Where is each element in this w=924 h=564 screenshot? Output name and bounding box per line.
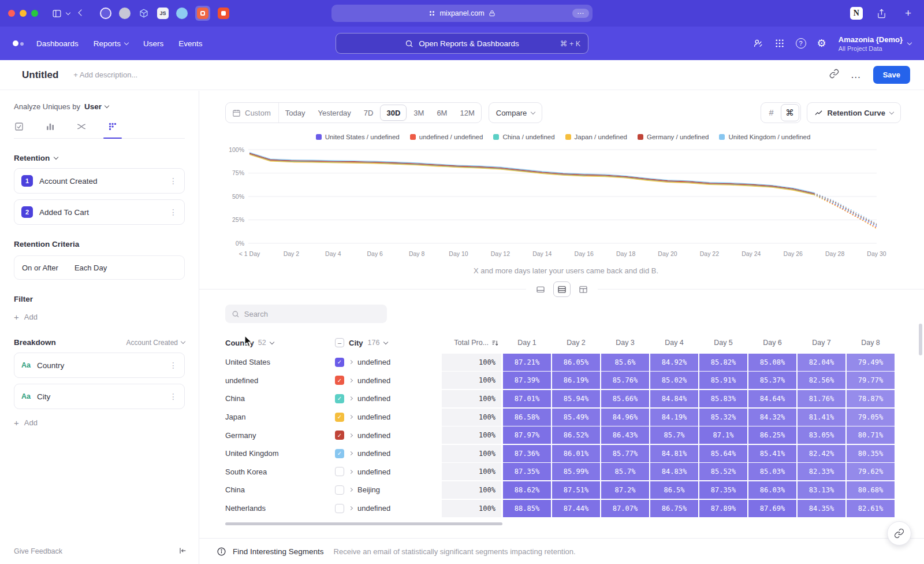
retention-cell[interactable]: 86.19% <box>552 372 600 389</box>
js-extension-icon[interactable]: JS <box>157 8 169 19</box>
row-checkbox[interactable]: ✓ <box>335 376 344 385</box>
table-search-input[interactable] <box>244 310 381 318</box>
total-cell[interactable]: 100% <box>442 445 502 462</box>
retention-cell[interactable]: 87.97% <box>503 426 551 444</box>
chart-type-dropdown[interactable]: Retention Curve <box>807 102 901 123</box>
expand-chevron-icon[interactable] <box>349 470 353 474</box>
retention-cell[interactable]: 80.35% <box>847 445 895 462</box>
vertical-scrollbar[interactable] <box>919 324 922 355</box>
retention-cell[interactable]: 83.05% <box>798 426 845 444</box>
retention-cell[interactable]: 85.94% <box>552 390 600 407</box>
mixpanel-logo[interactable] <box>13 40 24 46</box>
layout-compact-icon[interactable] <box>532 281 549 297</box>
day-column-header[interactable]: Day 1 <box>502 339 552 347</box>
tab-retention[interactable] <box>107 121 118 138</box>
retention-cell[interactable]: 87.89% <box>699 500 747 517</box>
retention-cell[interactable]: 84.96% <box>601 409 649 426</box>
day-column-header[interactable]: Day 6 <box>748 339 797 347</box>
total-cell[interactable]: 100% <box>442 390 502 407</box>
retention-cell[interactable]: 80.68% <box>847 481 895 499</box>
retention-cell[interactable]: 85.99% <box>552 463 600 480</box>
retention-cell[interactable]: 82.42% <box>798 445 845 462</box>
date-range-yesterday[interactable]: Yesterday <box>312 103 357 123</box>
retention-cell[interactable]: 85.02% <box>650 372 698 389</box>
tab-flows[interactable] <box>76 121 87 138</box>
segments-title[interactable]: Find Interesting Segments <box>233 547 324 556</box>
retention-cell[interactable]: 79.05% <box>847 409 895 426</box>
legend-item[interactable]: undefined / undefined <box>410 133 483 140</box>
retention-cell[interactable]: 84.83% <box>650 463 698 480</box>
kebab-menu-icon[interactable]: ⋮ <box>169 176 177 185</box>
retention-cell[interactable]: 87.44% <box>552 500 600 517</box>
target-extension-icon[interactable] <box>100 8 111 19</box>
total-column-header[interactable]: Total Pro... <box>442 339 502 347</box>
retention-cell[interactable]: 84.35% <box>798 500 845 517</box>
total-cell[interactable]: 100% <box>442 463 502 480</box>
retention-cell[interactable]: 87.35% <box>699 481 747 499</box>
kebab-menu-icon[interactable]: ⋮ <box>169 392 177 401</box>
tab-funnels[interactable] <box>45 121 55 138</box>
cube-extension-icon[interactable] <box>138 8 150 19</box>
total-cell[interactable]: 100% <box>442 354 502 371</box>
retention-cell[interactable]: 87.36% <box>503 445 551 462</box>
retention-cell[interactable]: 87.51% <box>552 481 600 499</box>
select-all-checkbox[interactable]: – <box>335 338 344 347</box>
date-range-custom[interactable]: Custom <box>226 103 279 123</box>
project-switcher[interactable]: Amazonia {Demo} All Project Data <box>839 35 911 52</box>
row-checkbox[interactable]: ✓ <box>335 413 344 422</box>
compare-button[interactable]: Compare <box>489 102 542 123</box>
new-tab-icon[interactable]: + <box>905 7 911 20</box>
retention-cell[interactable]: 85.7% <box>650 426 698 444</box>
retention-step-1[interactable]: 1 Account Created ⋮ <box>14 168 185 194</box>
copy-link-icon[interactable] <box>829 69 839 81</box>
expand-chevron-icon[interactable] <box>349 506 353 510</box>
row-checkbox[interactable]: ✓ <box>335 358 344 367</box>
horizontal-scrollbar[interactable] <box>225 522 502 525</box>
compass-extension-icon[interactable] <box>176 8 188 19</box>
apps-grid-icon[interactable] <box>774 38 785 49</box>
retention-step-2[interactable]: 2 Added To Cart ⋮ <box>14 199 185 225</box>
retention-cell[interactable]: 85.08% <box>748 354 796 371</box>
day-column-header[interactable]: Day 2 <box>552 339 601 347</box>
retention-cell[interactable]: 85.32% <box>699 409 747 426</box>
retention-cell[interactable]: 85.52% <box>699 463 747 480</box>
retention-cell[interactable]: 86.43% <box>601 426 649 444</box>
address-more-badge[interactable]: ⋯ <box>572 9 589 18</box>
criteria-each-day[interactable]: Each Day <box>74 264 107 272</box>
absolute-number-toggle[interactable]: # <box>762 104 781 121</box>
expand-chevron-icon[interactable] <box>349 415 353 419</box>
retention-cell[interactable]: 85.82% <box>699 354 747 371</box>
settings-gear-icon[interactable]: ⚙ <box>817 38 826 49</box>
city-column-header[interactable]: – City 176 <box>335 338 442 347</box>
retention-cell[interactable]: 85.6% <box>601 354 649 371</box>
minimize-window-button[interactable] <box>20 10 27 17</box>
nav-item-dashboards[interactable]: Dashboards <box>36 39 79 48</box>
retention-cell[interactable]: 82.61% <box>847 500 895 517</box>
retention-cell[interactable]: 85.41% <box>748 445 796 462</box>
browser-sidebar-icon[interactable] <box>52 9 62 18</box>
day-column-header[interactable]: Day 5 <box>699 339 748 347</box>
collapse-sidebar-icon[interactable] <box>178 546 187 557</box>
date-range-3m[interactable]: 3M <box>407 103 430 123</box>
day-column-header[interactable]: Day 8 <box>846 339 895 347</box>
retention-cell[interactable]: 86.01% <box>552 445 600 462</box>
expand-chevron-icon[interactable] <box>349 360 353 364</box>
legend-item[interactable]: Japan / undefined <box>565 133 627 140</box>
country-column-header[interactable]: Country 52 <box>225 339 335 347</box>
day-column-header[interactable]: Day 3 <box>601 339 650 347</box>
retention-cell[interactable]: 84.81% <box>650 445 698 462</box>
total-cell[interactable]: 100% <box>442 500 502 517</box>
expand-chevron-icon[interactable] <box>349 433 353 437</box>
retention-cell[interactable]: 86.52% <box>552 426 600 444</box>
help-icon[interactable]: ? <box>796 38 806 49</box>
global-search[interactable]: Open Reports & Dashboards ⌘ + K <box>336 33 588 54</box>
retention-cell[interactable]: 81.76% <box>798 390 845 407</box>
kebab-menu-icon[interactable]: ⋮ <box>169 207 177 217</box>
day-column-header[interactable]: Day 7 <box>797 339 846 347</box>
retention-cell[interactable]: 85.77% <box>601 445 649 462</box>
total-cell[interactable]: 100% <box>442 372 502 389</box>
retention-cell[interactable]: 87.35% <box>503 463 551 480</box>
retention-cell[interactable]: 86.25% <box>748 426 796 444</box>
retention-cell[interactable]: 85.91% <box>699 372 747 389</box>
breakdown-context-dropdown[interactable]: Account Created <box>126 339 185 347</box>
